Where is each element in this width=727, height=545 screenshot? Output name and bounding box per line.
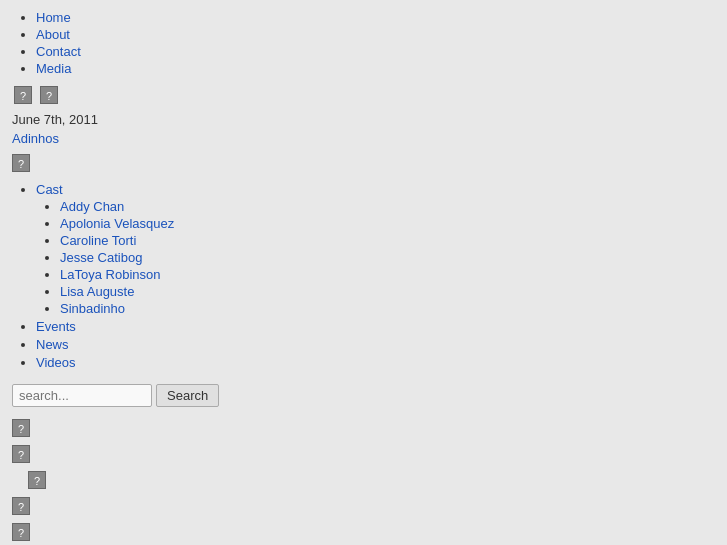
sidebar-nav: Cast Addy Chan Apolonia Velasquez Caroli… <box>12 182 715 370</box>
bottom-icon-2[interactable]: ? <box>12 445 30 463</box>
cast-item-apolonia: Apolonia Velasquez <box>60 216 715 231</box>
sidebar-item-videos: Videos <box>36 355 715 370</box>
cast-link-sinbadinho[interactable]: Sinbadinho <box>60 301 125 316</box>
bottom-icon-row-5: ? <box>12 521 715 543</box>
bottom-icon-row-4: ? <box>12 495 715 517</box>
search-input[interactable] <box>12 384 152 407</box>
sidebar-list: Cast Addy Chan Apolonia Velasquez Caroli… <box>12 182 715 370</box>
bottom-icon-row-3: ? <box>28 469 715 491</box>
cast-item-caroline: Caroline Torti <box>60 233 715 248</box>
sidebar-item-events: Events <box>36 319 715 334</box>
sidebar-link-videos[interactable]: Videos <box>36 355 76 370</box>
bottom-icon-row-1: ? <box>12 417 715 439</box>
bottom-icon-4[interactable]: ? <box>12 497 30 515</box>
cast-link-apolonia[interactable]: Apolonia Velasquez <box>60 216 174 231</box>
top-nav-list: Home About Contact Media <box>12 10 715 76</box>
unknown-icon-2[interactable]: ? <box>40 86 58 104</box>
nav-link-media[interactable]: Media <box>36 61 71 76</box>
bottom-icon-5[interactable]: ? <box>12 523 30 541</box>
cast-item-addy-chan: Addy Chan <box>60 199 715 214</box>
nav-item-media: Media <box>36 61 715 76</box>
search-area: Search <box>12 384 715 407</box>
sidebar-item-cast: Cast Addy Chan Apolonia Velasquez Caroli… <box>36 182 715 316</box>
search-button[interactable]: Search <box>156 384 219 407</box>
top-icon-row: ? ? <box>12 84 715 106</box>
nav-link-about[interactable]: About <box>36 27 70 42</box>
nav-link-home[interactable]: Home <box>36 10 71 25</box>
cast-link-jesse[interactable]: Jesse Catibog <box>60 250 142 265</box>
sidebar-link-news[interactable]: News <box>36 337 69 352</box>
sidebar-link-events[interactable]: Events <box>36 319 76 334</box>
cast-item-sinbadinho: Sinbadinho <box>60 301 715 316</box>
cast-item-jesse: Jesse Catibog <box>60 250 715 265</box>
date-display: June 7th, 2011 <box>12 112 715 127</box>
nav-item-home: Home <box>36 10 715 25</box>
nav-item-about: About <box>36 27 715 42</box>
sidebar-link-cast[interactable]: Cast <box>36 182 63 197</box>
nav-link-contact[interactable]: Contact <box>36 44 81 59</box>
bottom-icons: ? ? ? ? ? ? <box>12 417 715 545</box>
nav-item-contact: Contact <box>36 44 715 59</box>
cast-item-lisa: Lisa Auguste <box>60 284 715 299</box>
cast-sub-list: Addy Chan Apolonia Velasquez Caroline To… <box>36 199 715 316</box>
cast-link-addy-chan[interactable]: Addy Chan <box>60 199 124 214</box>
page-wrapper: Home About Contact Media ? ? June 7th, 2… <box>0 0 727 545</box>
sidebar-item-news: News <box>36 337 715 352</box>
bottom-icon-3[interactable]: ? <box>28 471 46 489</box>
bottom-icon-1[interactable]: ? <box>12 419 30 437</box>
cast-link-lisa[interactable]: Lisa Auguste <box>60 284 134 299</box>
bottom-icon-row-2: ? <box>12 443 715 465</box>
cast-link-latoya[interactable]: LaToya Robinson <box>60 267 160 282</box>
unknown-icon-1[interactable]: ? <box>14 86 32 104</box>
top-nav: Home About Contact Media <box>12 10 715 76</box>
cast-item-latoya: LaToya Robinson <box>60 267 715 282</box>
logo-icon[interactable]: ? <box>12 154 30 172</box>
site-title-link[interactable]: Adinhos <box>12 131 715 146</box>
cast-link-caroline[interactable]: Caroline Torti <box>60 233 136 248</box>
